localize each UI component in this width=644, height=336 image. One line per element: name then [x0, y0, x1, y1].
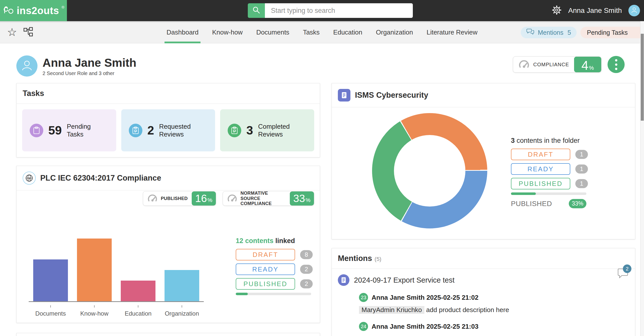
- compliance-label: COMPLIANCE: [533, 62, 569, 68]
- person-icon: [20, 59, 34, 73]
- ready-count-badge: 1: [575, 164, 588, 174]
- document-icon: [338, 274, 349, 286]
- published-metric-label: PUBLISHED: [161, 196, 188, 201]
- favorites-button[interactable]: ☆: [7, 27, 17, 38]
- donut-chart[interactable]: [372, 113, 487, 228]
- completed-reviews-tile[interactable]: 3 Completed Reviews: [220, 109, 314, 151]
- percent-sign: %: [589, 65, 594, 71]
- bar-chart-bars: [29, 238, 204, 301]
- bar-rect[interactable]: [165, 270, 199, 301]
- bar-organization[interactable]: [160, 270, 204, 301]
- comment-number-badge: 23: [359, 293, 368, 302]
- plc-metric-badges: PUBLISHED 16 %: [143, 191, 314, 206]
- left-column: Tasks 59 Pending Tasks: [16, 83, 320, 336]
- mention-item-header: 2024-09-17 Export Service test: [338, 274, 629, 286]
- tab-literature-review[interactable]: Literature Review: [426, 21, 478, 43]
- published-status-button[interactable]: PUBLISHED: [511, 178, 570, 189]
- clipboard-icon: [30, 124, 43, 137]
- folder-document-icon: [338, 89, 350, 102]
- app-logo-icon: [3, 6, 14, 16]
- pending-tasks-pill[interactable]: Pending Tasks 59: [580, 27, 644, 38]
- mentioned-user-chip[interactable]: MaryAdmin Kriuchko: [359, 306, 424, 314]
- draft-status-button[interactable]: DRAFT: [236, 249, 295, 260]
- tab-know-how[interactable]: Know-how: [212, 21, 243, 43]
- plc-status-legend: 12 contents linked DRAFT 8 READY 2 PUBLI…: [236, 237, 313, 295]
- bar-label-slot: Education: [116, 305, 160, 317]
- mention-item-title[interactable]: 2024-09-17 Export Service test: [354, 276, 455, 284]
- nav-bar: ☆ Dashboard Know-how Documents Tasks Edu…: [0, 21, 644, 43]
- ready-status-button[interactable]: READY: [511, 163, 570, 175]
- clipboard-check-icon: [228, 124, 241, 137]
- bar-rect[interactable]: [33, 259, 68, 301]
- settings-button[interactable]: [552, 5, 562, 16]
- isms-card-header: ISMS Cybersecurity: [332, 83, 635, 107]
- dot: [615, 68, 617, 70]
- vertical-scrollbar[interactable]: [640, 21, 644, 336]
- bar-rect[interactable]: [77, 239, 112, 301]
- normative-source-metric-value: 33 %: [290, 191, 314, 206]
- scrollbar-thumb[interactable]: [641, 34, 644, 121]
- dot: [615, 59, 617, 61]
- right-column: ISMS Cybersecurity 3 contents in the fol…: [332, 83, 635, 336]
- requested-reviews-tile[interactable]: 2 Requested Reviews: [121, 109, 215, 151]
- bar-documents[interactable]: [29, 259, 72, 301]
- bar-education[interactable]: [116, 281, 160, 301]
- metric-left: NORMATIVE SOURCE COMPLIANCE: [223, 191, 290, 206]
- bar-know-how[interactable]: [72, 239, 116, 301]
- profile-avatar[interactable]: [16, 55, 37, 77]
- requested-reviews-label: Requested Reviews: [159, 123, 197, 138]
- current-user-name[interactable]: Anna Jane Smith: [568, 7, 622, 15]
- search-input[interactable]: [265, 3, 413, 18]
- status-row-published: PUBLISHED 2: [236, 278, 313, 290]
- compliance-value: 4 %: [574, 57, 601, 72]
- mentions-pill[interactable]: Mentions 5: [521, 27, 577, 38]
- mentions-title-wrap: Mentions (5): [338, 254, 381, 263]
- tab-documents[interactable]: Documents: [256, 21, 290, 43]
- search-icon: [252, 6, 260, 15]
- status-row-published: PUBLISHED 1: [511, 178, 588, 189]
- compliance-badge-left: COMPLIANCE: [513, 57, 574, 72]
- tasks-tiles: 59 Pending Tasks 2 Requested Reviews: [17, 104, 320, 157]
- more-actions-button[interactable]: [608, 56, 625, 73]
- tasks-card-header: Tasks: [17, 83, 320, 104]
- normative-source-metric-badge[interactable]: NORMATIVE SOURCE COMPLIANCE 33 %: [223, 191, 314, 206]
- compliance-badge[interactable]: COMPLIANCE 4 %: [513, 56, 601, 73]
- mentions-pill-label: Mentions: [538, 29, 563, 36]
- tab-organization[interactable]: Organization: [375, 21, 413, 43]
- main-content: Anna Jane Smith 2 Second User Role and 3…: [0, 43, 640, 336]
- pending-tasks-count: 59: [48, 123, 62, 137]
- mentions-card-title: Mentions: [338, 254, 372, 263]
- comment-author-line: Anna Jane Smith 2025-02-25 21:02: [372, 294, 478, 301]
- draft-status-button[interactable]: DRAFT: [511, 149, 570, 160]
- tab-tasks[interactable]: Tasks: [302, 21, 320, 43]
- isms-card-title: ISMS Cybersecurity: [355, 91, 428, 100]
- sitemap-button[interactable]: [23, 27, 33, 38]
- isms-cybersecurity-card: ISMS Cybersecurity 3 contents in the fol…: [332, 83, 635, 239]
- plc-card-title: PLC IEC 62304:2017 Compliance: [40, 174, 161, 183]
- ready-status-button[interactable]: READY: [236, 263, 295, 275]
- mentions-card-header: Mentions (5): [332, 248, 635, 269]
- metric-percent-number: 16: [195, 192, 207, 205]
- published-status-button[interactable]: PUBLISHED: [236, 278, 295, 290]
- pending-tasks-tile[interactable]: 59 Pending Tasks: [22, 109, 116, 151]
- bar-category-label: Documents: [35, 310, 66, 317]
- clipboard-review-icon: [129, 124, 142, 137]
- completed-reviews-count: 3: [246, 123, 253, 137]
- tab-dashboard[interactable]: Dashboard: [166, 21, 199, 43]
- user-avatar[interactable]: [628, 5, 640, 16]
- status-row-ready: READY 2: [236, 263, 313, 275]
- tab-education[interactable]: Education: [333, 21, 363, 43]
- search-button[interactable]: [248, 3, 265, 18]
- nav-quick-icons: ☆: [7, 21, 33, 43]
- contents-bar-chart: DocumentsKnow-howEducationOrganization: [29, 237, 205, 317]
- bar-rect[interactable]: [121, 281, 155, 301]
- published-metric-badge[interactable]: PUBLISHED 16 %: [143, 191, 216, 206]
- dot: [615, 63, 617, 66]
- status-row-draft: DRAFT 8: [236, 249, 313, 260]
- requested-reviews-count: 2: [147, 123, 154, 137]
- bar-category-label: Know-how: [80, 310, 108, 317]
- x-axis-line: [29, 301, 204, 302]
- mentions-card: Mentions (5): [332, 248, 635, 336]
- comments-bubble-button[interactable]: 2: [617, 268, 628, 280]
- app-logo[interactable]: ins2outs ®: [0, 0, 67, 21]
